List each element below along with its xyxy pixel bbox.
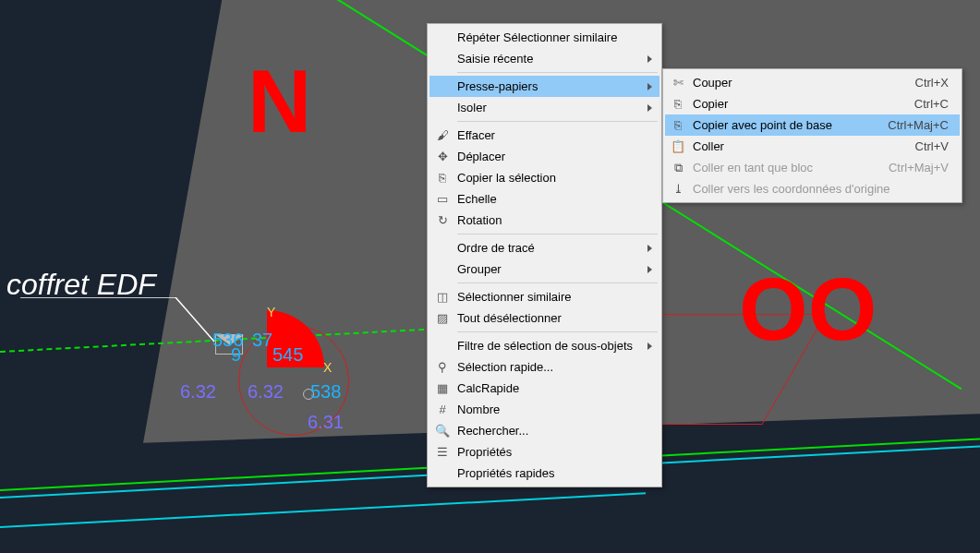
submenu-copy-with-base[interactable]: ⎘ Copier avec point de base Ctrl+Maj+C — [665, 114, 960, 136]
submenu-arrow-icon — [647, 266, 652, 273]
submenu-arrow-icon — [647, 245, 652, 252]
submenu-arrow-icon — [647, 55, 652, 63]
cut-icon: ✄ — [671, 76, 685, 90]
menu-scale[interactable]: ▭Echelle — [430, 188, 659, 210]
menu-label: Couper — [693, 76, 901, 90]
menu-label: Propriétés — [457, 445, 652, 459]
menu-copy-selection[interactable]: ⎘Copier la sélection — [430, 167, 659, 188]
shortcut-label: Ctrl+C — [914, 97, 949, 111]
menu-label: Rechercher... — [457, 424, 652, 438]
shortcut-label: Ctrl+X — [915, 76, 949, 90]
menu-label: Filtre de sélection de sous-objets — [457, 339, 640, 353]
menu-rotate[interactable]: ↻Rotation — [430, 210, 659, 231]
menu-label: Sélectionner similaire — [457, 290, 652, 304]
point-number: 37 — [252, 330, 272, 351]
menu-label: Ordre de tracé — [457, 241, 640, 255]
submenu-arrow-icon — [647, 104, 652, 112]
menu-repeat[interactable]: Répéter Sélectionner similaire — [430, 27, 659, 48]
menu-draw-order[interactable]: Ordre de tracé — [430, 237, 659, 258]
menu-clipboard[interactable]: Presse-papiers — [430, 76, 659, 97]
menu-label: Nombre — [457, 403, 652, 416]
submenu-copy[interactable]: ⎘ Copier Ctrl+C — [665, 93, 960, 114]
menu-label: Copier la sélection — [457, 171, 652, 185]
axis-y-label: Y — [267, 305, 275, 319]
menu-subobject-filter[interactable]: Filtre de sélection de sous-objets — [430, 335, 659, 356]
menu-separator — [457, 234, 658, 234]
menu-label: Sélection rapide... — [457, 360, 652, 374]
menu-find[interactable]: 🔍Rechercher... — [430, 420, 659, 441]
paste-orig-icon: ⤓ — [671, 182, 685, 197]
elevation-value: 6.32 — [248, 381, 284, 403]
menu-label: Coller — [693, 139, 901, 153]
point-number: 545 — [272, 344, 303, 366]
move-icon: ✥ — [435, 150, 450, 164]
menu-properties[interactable]: ☰Propriétés — [430, 441, 659, 463]
menu-separator — [457, 283, 658, 283]
submenu-paste-as-block: ⧉ Coller en tant que bloc Ctrl+Maj+V — [665, 157, 960, 178]
context-menu: Répéter Sélectionner similaire Saisie ré… — [427, 23, 662, 487]
menu-separator — [457, 72, 658, 73]
menu-label: Echelle — [457, 192, 652, 206]
count-icon: # — [435, 403, 450, 417]
elevation-value: 6.31 — [308, 412, 344, 433]
leader-line — [20, 297, 242, 353]
menu-deselect-all[interactable]: ▨Tout désélectionner — [430, 307, 659, 329]
menu-move[interactable]: ✥Déplacer — [430, 146, 659, 167]
scale-icon: ▭ — [435, 192, 450, 207]
menu-erase[interactable]: 🖌Effacer — [430, 125, 659, 146]
menu-label: Déplacer — [457, 150, 652, 163]
properties-icon: ☰ — [435, 445, 450, 460]
menu-label: Copier — [693, 97, 900, 111]
text-fragment: OO — [739, 258, 877, 360]
menu-label: Tout désélectionner — [457, 311, 652, 325]
menu-separator — [457, 121, 658, 122]
point-number: 9 — [231, 344, 241, 366]
paste-block-icon: ⧉ — [671, 161, 685, 175]
menu-count[interactable]: #Nombre — [430, 399, 659, 420]
road-edge-line — [0, 492, 646, 528]
quick-select-icon: ⚲ — [435, 360, 450, 375]
copy-base-icon: ⎘ — [671, 118, 685, 133]
copy-icon: ⎘ — [671, 97, 685, 112]
menu-label: Presse-papiers — [457, 79, 640, 93]
elevation-value: 6.32 — [180, 381, 216, 403]
copy-icon: ⎘ — [435, 171, 450, 186]
deselect-icon: ▨ — [435, 311, 450, 326]
menu-isolate[interactable]: Isoler — [430, 97, 659, 118]
axis-x-label: X — [323, 360, 332, 375]
menu-separator — [457, 331, 658, 332]
paste-icon: 📋 — [671, 139, 685, 154]
erase-icon: 🖌 — [435, 128, 450, 143]
submenu-arrow-icon — [647, 83, 652, 90]
menu-label: Propriétés rapides — [457, 466, 652, 480]
menu-label: Isoler — [457, 101, 640, 114]
north-letter: N — [248, 51, 311, 152]
menu-quick-properties[interactable]: Propriétés rapides — [430, 463, 659, 484]
submenu-arrow-icon — [647, 343, 652, 350]
submenu-paste-to-original-coordinates: ⤓ Coller vers les coordonnées d'origine — [665, 178, 960, 199]
menu-label: Répéter Sélectionner similaire — [457, 30, 652, 44]
menu-label: Effacer — [457, 128, 652, 142]
shortcut-label: Ctrl+Maj+V — [889, 161, 949, 174]
select-similar-icon: ◫ — [435, 290, 450, 305]
menu-label: Coller vers les coordonnées d'origine — [693, 182, 934, 196]
clipboard-submenu: ✄ Couper Ctrl+X ⎘ Copier Ctrl+C ⎘ Copier… — [662, 68, 962, 203]
menu-label: CalcRapide — [457, 381, 652, 395]
shortcut-label: Ctrl+Maj+C — [888, 118, 949, 132]
submenu-paste[interactable]: 📋 Coller Ctrl+V — [665, 136, 960, 157]
rotate-icon: ↻ — [435, 213, 450, 228]
submenu-cut[interactable]: ✄ Couper Ctrl+X — [665, 72, 960, 93]
menu-label: Rotation — [457, 213, 652, 227]
point-number: 538 — [310, 381, 341, 403]
search-icon: 🔍 — [435, 424, 450, 439]
menu-label: Copier avec point de base — [693, 118, 873, 132]
menu-label: Grouper — [457, 262, 640, 276]
menu-select-similar[interactable]: ◫Sélectionner similaire — [430, 286, 659, 307]
menu-quickcalc[interactable]: ▦CalcRapide — [430, 378, 659, 399]
menu-group[interactable]: Grouper — [430, 258, 659, 280]
menu-recent-input[interactable]: Saisie récente — [430, 48, 659, 69]
menu-quick-select[interactable]: ⚲Sélection rapide... — [430, 356, 659, 378]
calculator-icon: ▦ — [435, 381, 450, 396]
menu-label: Coller en tant que bloc — [693, 161, 874, 174]
menu-label: Saisie récente — [457, 52, 640, 66]
